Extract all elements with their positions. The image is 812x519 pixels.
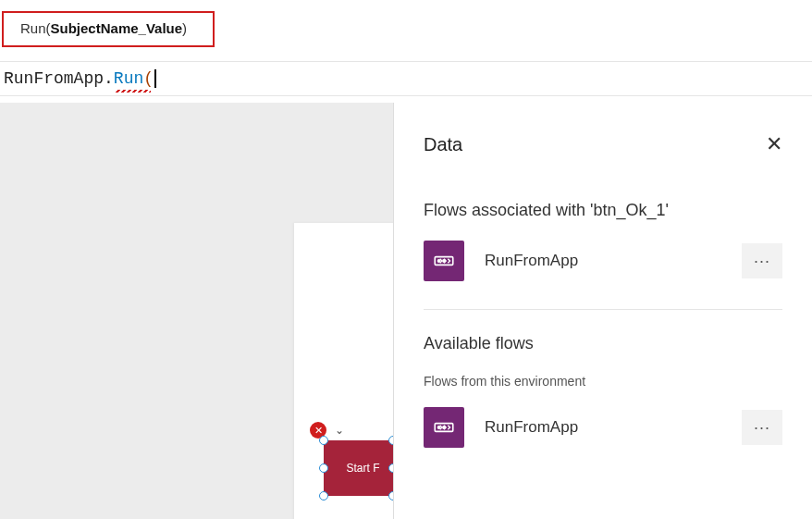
- flow-icon: [424, 241, 464, 281]
- associated-flows-heading: Flows associated with 'btn_Ok_1': [424, 201, 782, 220]
- available-flows-subheading: Flows from this environment: [424, 374, 782, 389]
- close-icon[interactable]: ✕: [766, 132, 782, 156]
- svg-point-1: [438, 260, 440, 262]
- signature-help-tooltip: Run(SubjectName_Value): [2, 11, 215, 47]
- svg-point-5: [443, 426, 445, 428]
- data-panel: Data ✕ Flows associated with 'btn_Ok_1' …: [393, 103, 812, 519]
- svg-point-4: [438, 426, 440, 428]
- formula-method-token: Run: [114, 69, 143, 88]
- text-cursor: [154, 69, 156, 88]
- flow-icon: [424, 407, 464, 448]
- more-options-button[interactable]: ···: [742, 410, 782, 445]
- button-label: Start F: [346, 462, 379, 475]
- resize-handle[interactable]: [319, 436, 328, 445]
- formula-error-underline: [116, 90, 151, 93]
- start-flow-button[interactable]: Start F: [324, 440, 393, 496]
- panel-title: Data: [424, 134, 462, 155]
- resize-handle[interactable]: [319, 491, 328, 500]
- flow-name-label: RunFromApp: [485, 418, 742, 437]
- formula-object-token: RunFromApp: [4, 69, 104, 88]
- canvas-area[interactable]: ✕ ⌄ Start F: [0, 103, 393, 519]
- section-divider: [424, 309, 782, 310]
- available-flows-heading: Available flows: [424, 334, 782, 353]
- flow-item-avail[interactable]: RunFromApp ···: [424, 407, 782, 448]
- chevron-down-icon[interactable]: ⌄: [335, 424, 344, 437]
- more-options-button[interactable]: ···: [742, 243, 782, 278]
- signature-param: SubjectName_Value: [51, 20, 183, 36]
- flow-name-label: RunFromApp: [485, 252, 742, 270]
- flow-item-assoc[interactable]: RunFromApp ···: [424, 241, 782, 281]
- svg-point-2: [443, 260, 445, 262]
- signature-fn-name: Run: [20, 20, 46, 36]
- selected-control-wrapper[interactable]: ✕ ⌄ Start F: [324, 440, 393, 510]
- data-panel-header: Data ✕: [424, 132, 782, 156]
- formula-bar[interactable]: RunFromApp.Run(: [0, 61, 812, 96]
- resize-handle[interactable]: [319, 463, 328, 473]
